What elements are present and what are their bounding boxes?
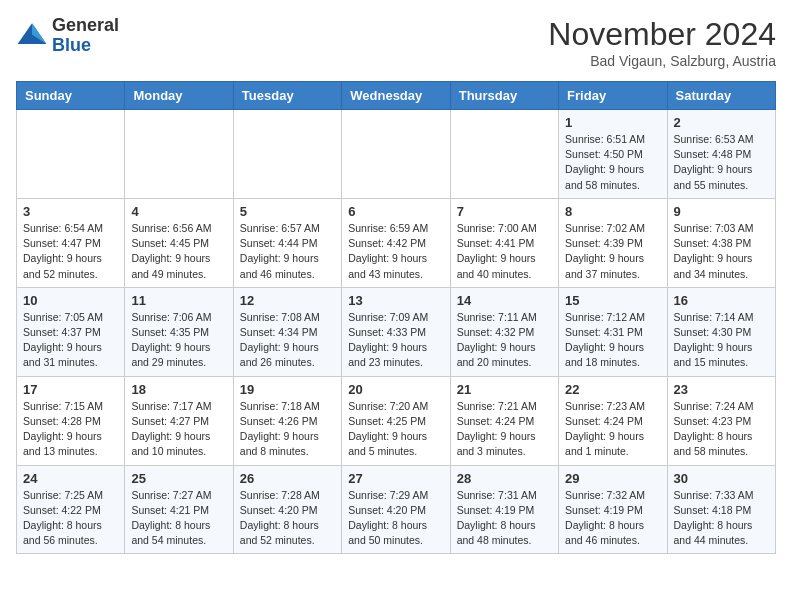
calendar-day-cell <box>125 110 233 199</box>
title-area: November 2024 Bad Vigaun, Salzburg, Aust… <box>548 16 776 69</box>
day-number: 15 <box>565 293 660 308</box>
day-number: 10 <box>23 293 118 308</box>
day-of-week-header: Saturday <box>667 82 775 110</box>
calendar-day-cell <box>233 110 341 199</box>
day-number: 27 <box>348 471 443 486</box>
calendar-day-cell: 18Sunrise: 7:17 AM Sunset: 4:27 PM Dayli… <box>125 376 233 465</box>
day-number: 3 <box>23 204 118 219</box>
day-info: Sunrise: 6:53 AM Sunset: 4:48 PM Dayligh… <box>674 132 769 193</box>
calendar-day-cell <box>17 110 125 199</box>
calendar-body: 1Sunrise: 6:51 AM Sunset: 4:50 PM Daylig… <box>17 110 776 554</box>
day-info: Sunrise: 6:56 AM Sunset: 4:45 PM Dayligh… <box>131 221 226 282</box>
day-info: Sunrise: 7:32 AM Sunset: 4:19 PM Dayligh… <box>565 488 660 549</box>
calendar-day-cell: 9Sunrise: 7:03 AM Sunset: 4:38 PM Daylig… <box>667 198 775 287</box>
calendar-day-cell: 27Sunrise: 7:29 AM Sunset: 4:20 PM Dayli… <box>342 465 450 554</box>
day-info: Sunrise: 7:28 AM Sunset: 4:20 PM Dayligh… <box>240 488 335 549</box>
day-number: 1 <box>565 115 660 130</box>
day-info: Sunrise: 7:23 AM Sunset: 4:24 PM Dayligh… <box>565 399 660 460</box>
calendar-header: SundayMondayTuesdayWednesdayThursdayFrid… <box>17 82 776 110</box>
day-number: 14 <box>457 293 552 308</box>
day-number: 5 <box>240 204 335 219</box>
calendar-week-row: 1Sunrise: 6:51 AM Sunset: 4:50 PM Daylig… <box>17 110 776 199</box>
day-of-week-header: Sunday <box>17 82 125 110</box>
day-info: Sunrise: 7:20 AM Sunset: 4:25 PM Dayligh… <box>348 399 443 460</box>
calendar-day-cell: 13Sunrise: 7:09 AM Sunset: 4:33 PM Dayli… <box>342 287 450 376</box>
calendar-day-cell: 23Sunrise: 7:24 AM Sunset: 4:23 PM Dayli… <box>667 376 775 465</box>
day-number: 16 <box>674 293 769 308</box>
calendar-day-cell: 20Sunrise: 7:20 AM Sunset: 4:25 PM Dayli… <box>342 376 450 465</box>
day-of-week-header: Tuesday <box>233 82 341 110</box>
day-info: Sunrise: 7:24 AM Sunset: 4:23 PM Dayligh… <box>674 399 769 460</box>
logo-icon <box>16 20 48 52</box>
logo-text: General Blue <box>52 16 119 56</box>
day-number: 29 <box>565 471 660 486</box>
calendar-day-cell: 24Sunrise: 7:25 AM Sunset: 4:22 PM Dayli… <box>17 465 125 554</box>
day-info: Sunrise: 6:59 AM Sunset: 4:42 PM Dayligh… <box>348 221 443 282</box>
day-number: 12 <box>240 293 335 308</box>
day-number: 20 <box>348 382 443 397</box>
calendar-day-cell: 22Sunrise: 7:23 AM Sunset: 4:24 PM Dayli… <box>559 376 667 465</box>
page-header: General Blue November 2024 Bad Vigaun, S… <box>16 16 776 69</box>
header-row: SundayMondayTuesdayWednesdayThursdayFrid… <box>17 82 776 110</box>
calendar-week-row: 3Sunrise: 6:54 AM Sunset: 4:47 PM Daylig… <box>17 198 776 287</box>
day-info: Sunrise: 7:29 AM Sunset: 4:20 PM Dayligh… <box>348 488 443 549</box>
day-info: Sunrise: 7:06 AM Sunset: 4:35 PM Dayligh… <box>131 310 226 371</box>
calendar-week-row: 10Sunrise: 7:05 AM Sunset: 4:37 PM Dayli… <box>17 287 776 376</box>
day-of-week-header: Wednesday <box>342 82 450 110</box>
day-info: Sunrise: 7:31 AM Sunset: 4:19 PM Dayligh… <box>457 488 552 549</box>
calendar-day-cell: 5Sunrise: 6:57 AM Sunset: 4:44 PM Daylig… <box>233 198 341 287</box>
day-info: Sunrise: 7:14 AM Sunset: 4:30 PM Dayligh… <box>674 310 769 371</box>
calendar-day-cell: 1Sunrise: 6:51 AM Sunset: 4:50 PM Daylig… <box>559 110 667 199</box>
day-number: 18 <box>131 382 226 397</box>
day-number: 13 <box>348 293 443 308</box>
day-info: Sunrise: 7:05 AM Sunset: 4:37 PM Dayligh… <box>23 310 118 371</box>
calendar-day-cell: 28Sunrise: 7:31 AM Sunset: 4:19 PM Dayli… <box>450 465 558 554</box>
calendar-day-cell: 11Sunrise: 7:06 AM Sunset: 4:35 PM Dayli… <box>125 287 233 376</box>
location: Bad Vigaun, Salzburg, Austria <box>548 53 776 69</box>
month-title: November 2024 <box>548 16 776 53</box>
day-number: 23 <box>674 382 769 397</box>
day-info: Sunrise: 7:27 AM Sunset: 4:21 PM Dayligh… <box>131 488 226 549</box>
day-number: 17 <box>23 382 118 397</box>
calendar-day-cell <box>342 110 450 199</box>
day-number: 26 <box>240 471 335 486</box>
day-number: 9 <box>674 204 769 219</box>
day-number: 25 <box>131 471 226 486</box>
day-info: Sunrise: 6:51 AM Sunset: 4:50 PM Dayligh… <box>565 132 660 193</box>
day-number: 7 <box>457 204 552 219</box>
day-of-week-header: Thursday <box>450 82 558 110</box>
day-info: Sunrise: 7:02 AM Sunset: 4:39 PM Dayligh… <box>565 221 660 282</box>
day-info: Sunrise: 7:18 AM Sunset: 4:26 PM Dayligh… <box>240 399 335 460</box>
day-info: Sunrise: 7:21 AM Sunset: 4:24 PM Dayligh… <box>457 399 552 460</box>
day-number: 4 <box>131 204 226 219</box>
calendar-day-cell: 12Sunrise: 7:08 AM Sunset: 4:34 PM Dayli… <box>233 287 341 376</box>
calendar-week-row: 24Sunrise: 7:25 AM Sunset: 4:22 PM Dayli… <box>17 465 776 554</box>
calendar-day-cell: 29Sunrise: 7:32 AM Sunset: 4:19 PM Dayli… <box>559 465 667 554</box>
logo: General Blue <box>16 16 119 56</box>
day-number: 30 <box>674 471 769 486</box>
day-info: Sunrise: 7:17 AM Sunset: 4:27 PM Dayligh… <box>131 399 226 460</box>
calendar-day-cell <box>450 110 558 199</box>
calendar-day-cell: 8Sunrise: 7:02 AM Sunset: 4:39 PM Daylig… <box>559 198 667 287</box>
day-of-week-header: Monday <box>125 82 233 110</box>
calendar-week-row: 17Sunrise: 7:15 AM Sunset: 4:28 PM Dayli… <box>17 376 776 465</box>
day-info: Sunrise: 6:54 AM Sunset: 4:47 PM Dayligh… <box>23 221 118 282</box>
day-number: 28 <box>457 471 552 486</box>
calendar-day-cell: 21Sunrise: 7:21 AM Sunset: 4:24 PM Dayli… <box>450 376 558 465</box>
calendar-table: SundayMondayTuesdayWednesdayThursdayFrid… <box>16 81 776 554</box>
day-number: 24 <box>23 471 118 486</box>
day-info: Sunrise: 7:08 AM Sunset: 4:34 PM Dayligh… <box>240 310 335 371</box>
calendar-day-cell: 3Sunrise: 6:54 AM Sunset: 4:47 PM Daylig… <box>17 198 125 287</box>
day-info: Sunrise: 7:12 AM Sunset: 4:31 PM Dayligh… <box>565 310 660 371</box>
calendar-day-cell: 10Sunrise: 7:05 AM Sunset: 4:37 PM Dayli… <box>17 287 125 376</box>
calendar-day-cell: 26Sunrise: 7:28 AM Sunset: 4:20 PM Dayli… <box>233 465 341 554</box>
calendar-day-cell: 30Sunrise: 7:33 AM Sunset: 4:18 PM Dayli… <box>667 465 775 554</box>
day-info: Sunrise: 7:33 AM Sunset: 4:18 PM Dayligh… <box>674 488 769 549</box>
calendar-day-cell: 14Sunrise: 7:11 AM Sunset: 4:32 PM Dayli… <box>450 287 558 376</box>
calendar-day-cell: 15Sunrise: 7:12 AM Sunset: 4:31 PM Dayli… <box>559 287 667 376</box>
calendar-day-cell: 4Sunrise: 6:56 AM Sunset: 4:45 PM Daylig… <box>125 198 233 287</box>
day-info: Sunrise: 7:03 AM Sunset: 4:38 PM Dayligh… <box>674 221 769 282</box>
day-info: Sunrise: 7:09 AM Sunset: 4:33 PM Dayligh… <box>348 310 443 371</box>
day-info: Sunrise: 7:15 AM Sunset: 4:28 PM Dayligh… <box>23 399 118 460</box>
day-info: Sunrise: 7:11 AM Sunset: 4:32 PM Dayligh… <box>457 310 552 371</box>
